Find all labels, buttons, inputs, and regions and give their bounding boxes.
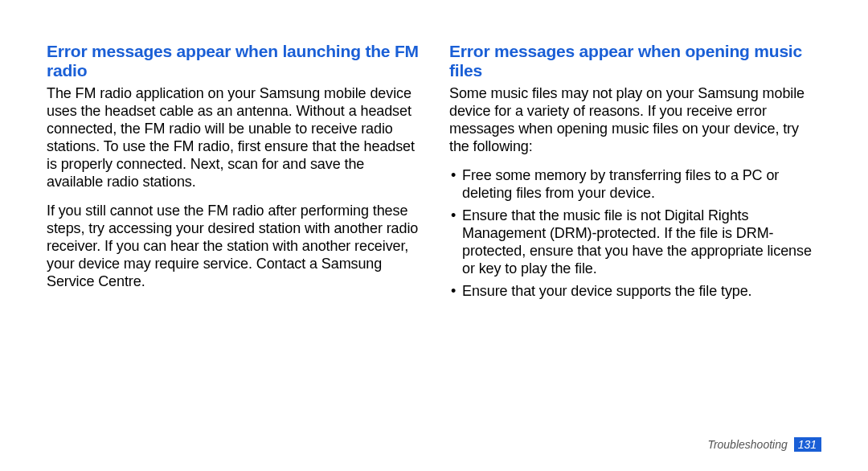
list-item: Free some memory by transferring files t… bbox=[449, 167, 821, 203]
list-item: Ensure that the music file is not Digita… bbox=[449, 207, 821, 278]
heading-fm-radio: Error messages appear when launching the… bbox=[47, 42, 419, 80]
footer-section-label: Troubleshooting bbox=[707, 438, 787, 451]
paragraph: The FM radio application on your Samsung… bbox=[47, 85, 419, 191]
paragraph: If you still cannot use the FM radio aft… bbox=[47, 203, 419, 291]
page-footer: Troubleshooting 131 bbox=[707, 437, 821, 452]
list-item: Ensure that your device supports the fil… bbox=[449, 283, 821, 301]
page-number: 131 bbox=[794, 437, 821, 452]
manual-page: Error messages appear when launching the… bbox=[0, 0, 868, 471]
left-column: Error messages appear when launching the… bbox=[47, 42, 419, 305]
right-column: Error messages appear when opening music… bbox=[449, 42, 821, 305]
bullet-list: Free some memory by transferring files t… bbox=[449, 167, 821, 301]
paragraph: Some music files may not play on your Sa… bbox=[449, 85, 821, 156]
two-column-layout: Error messages appear when launching the… bbox=[47, 42, 821, 305]
heading-music-files: Error messages appear when opening music… bbox=[449, 42, 821, 80]
